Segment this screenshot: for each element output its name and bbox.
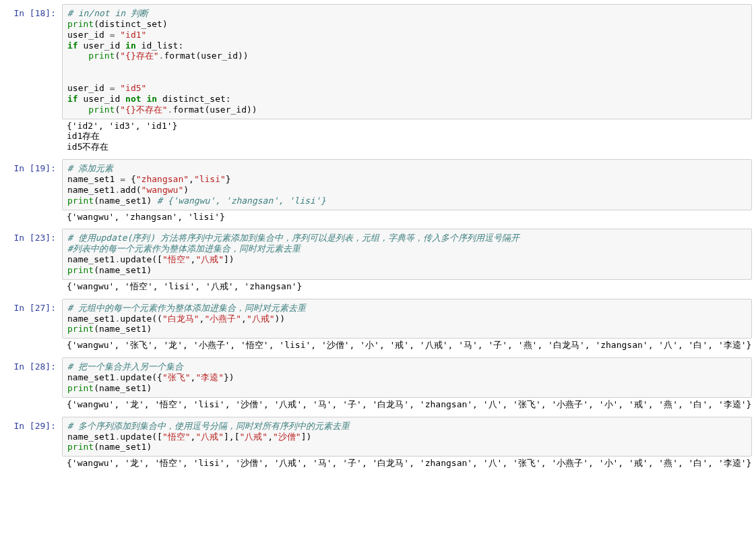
output-text: {'wangwu', '悟空', 'lisi', '八戒', 'zhangsan… bbox=[62, 280, 752, 293]
output-cell: {'wangwu', '龙', '悟空', 'lisi', '沙僧', '八戒'… bbox=[4, 457, 752, 470]
output-text: {'wangwu', 'zhangsan', 'lisi'} bbox=[62, 210, 752, 224]
code-token: }) bbox=[224, 372, 234, 382]
code-input[interactable]: # 把一个集合并入另一个集合 name_set1.update({"张飞","李… bbox=[62, 357, 752, 398]
code-token: #列表中的每一个元素作为整体添加进集合，同时对元素去重 bbox=[67, 243, 301, 254]
output-cell: {'wangwu', '悟空', 'lisi', '八戒', 'zhangsan… bbox=[4, 280, 752, 293]
code-token: , bbox=[267, 432, 273, 442]
code-input[interactable]: # 使用update(序列) 方法将序列中元素添加到集合中，序列可以是列表，元组… bbox=[62, 229, 752, 279]
output-prompt bbox=[4, 398, 62, 405]
output-text: {'id2', 'id3', 'id1'} id1存在 id5不存在 bbox=[62, 119, 752, 154]
code-token: "沙僧" bbox=[273, 432, 301, 442]
code-token: print bbox=[67, 265, 94, 275]
code-token: (name_set1) bbox=[94, 196, 157, 206]
code-token: # 多个序列添加到集合中，使用逗号分隔，同时对所有序列中的元素去重 bbox=[67, 421, 350, 431]
code-token: ],[ bbox=[224, 432, 239, 442]
output-text: {'wangwu', '龙', '悟空', 'lisi', '沙僧', '八戒'… bbox=[62, 398, 752, 411]
code-token: "{}不存在" bbox=[120, 105, 167, 115]
code-token: # {'wangwu', 'zhangsan', 'lisi'} bbox=[157, 196, 325, 206]
code-token bbox=[67, 51, 88, 61]
code-token: , bbox=[241, 314, 247, 324]
code-token: not bbox=[125, 94, 141, 104]
code-token: "{}存在" bbox=[120, 51, 158, 61]
code-token: if bbox=[67, 94, 78, 104]
code-cell: In [29]:# 多个序列添加到集合中，使用逗号分隔，同时对所有序列中的元素去… bbox=[4, 417, 752, 457]
code-cell: In [18]:# in/not in 判断 print(distinct_se… bbox=[4, 4, 752, 119]
output-prompt bbox=[4, 457, 62, 463]
code-token: update({ bbox=[120, 372, 162, 382]
notebook-container: In [18]:# in/not in 判断 print(distinct_se… bbox=[4, 4, 752, 470]
code-token: "id5" bbox=[120, 83, 146, 93]
input-prompt: In [29]: bbox=[4, 417, 62, 434]
input-prompt: In [27]: bbox=[4, 299, 62, 316]
code-token: "八戒" bbox=[195, 432, 224, 442]
code-token: # 使用update(序列) 方法将序列中元素添加到集合中，序列可以是列表，元组… bbox=[67, 233, 519, 243]
code-token: (distinct_set) bbox=[94, 19, 168, 29]
code-token: # in/not in 判断 bbox=[67, 8, 148, 18]
output-cell: {'wangwu', 'zhangsan', 'lisi'} bbox=[4, 210, 752, 224]
code-token: name_set1 bbox=[67, 185, 115, 195]
code-token: "八戒" bbox=[240, 432, 268, 442]
code-token: "zhangsan" bbox=[136, 174, 189, 184]
code-cell: In [27]:# 元组中的每一个元素作为整体添加进集合，同时对元素去重 nam… bbox=[4, 299, 752, 339]
code-token: "张飞" bbox=[162, 372, 191, 382]
code-token: "悟空" bbox=[162, 254, 191, 264]
output-cell: {'wangwu', '张飞', '龙', '小燕子', '悟空', 'lisi… bbox=[4, 339, 752, 352]
code-token: (name_set1) bbox=[94, 383, 152, 393]
code-token: id_list: bbox=[136, 40, 183, 51]
code-token: name_set1 bbox=[67, 432, 115, 442]
code-token: ]) bbox=[301, 432, 312, 442]
code-token: in bbox=[125, 40, 136, 51]
code-token: name_set1 bbox=[67, 254, 115, 264]
output-prompt bbox=[4, 119, 62, 126]
code-token: format(user_id)) bbox=[164, 51, 248, 61]
input-prompt: In [23]: bbox=[4, 229, 62, 246]
code-token: user_id bbox=[78, 40, 125, 51]
output-prompt bbox=[4, 210, 62, 217]
code-token bbox=[67, 105, 88, 115]
code-token: name_set1 bbox=[67, 174, 120, 184]
input-prompt: In [28]: bbox=[4, 357, 62, 375]
code-token: update([ bbox=[120, 432, 162, 442]
code-token: ) bbox=[183, 185, 189, 195]
code-token: (name_set1) bbox=[94, 442, 152, 452]
output-cell: {'wangwu', '龙', '悟空', 'lisi', '沙僧', '八戒'… bbox=[4, 398, 752, 411]
code-token: distinct_set: bbox=[157, 94, 231, 104]
code-token: "wangwu" bbox=[141, 185, 184, 195]
code-token: in bbox=[146, 94, 157, 104]
code-token: print bbox=[88, 51, 115, 61]
code-input[interactable]: # 多个序列添加到集合中，使用逗号分隔，同时对所有序列中的元素去重 name_s… bbox=[62, 417, 752, 457]
output-text: {'wangwu', '张飞', '龙', '小燕子', '悟空', 'lisi… bbox=[62, 339, 752, 352]
code-input[interactable]: # 元组中的每一个元素作为整体添加进集合，同时对元素去重 name_set1.u… bbox=[62, 299, 752, 339]
code-cell: In [19]:# 添加元素 name_set1 = {"zhangsan","… bbox=[4, 159, 752, 210]
code-token: { bbox=[125, 174, 136, 184]
code-token: } bbox=[226, 174, 231, 184]
code-token: "八戒" bbox=[195, 254, 224, 264]
code-cell: In [23]:# 使用update(序列) 方法将序列中元素添加到集合中，序列… bbox=[4, 229, 752, 279]
code-token: print bbox=[67, 196, 94, 206]
code-token: (name_set1) bbox=[94, 265, 152, 275]
code-token: "id1" bbox=[120, 30, 146, 40]
output-prompt bbox=[4, 339, 62, 345]
output-text: {'wangwu', '龙', '悟空', 'lisi', '沙僧', '八戒'… bbox=[62, 457, 752, 470]
code-token: "李逵" bbox=[195, 372, 224, 382]
code-token: "白龙马" bbox=[162, 314, 199, 324]
code-token: add( bbox=[120, 185, 141, 195]
code-token: name_set1 bbox=[67, 314, 115, 324]
code-token: user_id bbox=[78, 94, 125, 104]
code-token: "八戒" bbox=[247, 314, 275, 324]
code-token: "小燕子" bbox=[204, 314, 241, 324]
code-input[interactable]: # in/not in 判断 print(distinct_set) user_… bbox=[62, 4, 752, 119]
code-token: update([ bbox=[120, 254, 162, 264]
output-prompt bbox=[4, 280, 62, 287]
code-token: name_set1 bbox=[67, 372, 115, 382]
code-token: # 把一个集合并入另一个集合 bbox=[67, 361, 183, 372]
code-token: # 添加元素 bbox=[67, 163, 113, 173]
code-token: "lisi" bbox=[194, 174, 226, 184]
code-token: "悟空" bbox=[162, 432, 191, 442]
code-input[interactable]: # 添加元素 name_set1 = {"zhangsan","lisi"} n… bbox=[62, 159, 752, 210]
code-token: )) bbox=[275, 314, 286, 324]
code-token: user_id bbox=[67, 30, 110, 40]
code-token: , bbox=[189, 174, 194, 184]
output-cell: {'id2', 'id3', 'id1'} id1存在 id5不存在 bbox=[4, 119, 752, 154]
code-token: (name_set1) bbox=[94, 324, 152, 334]
